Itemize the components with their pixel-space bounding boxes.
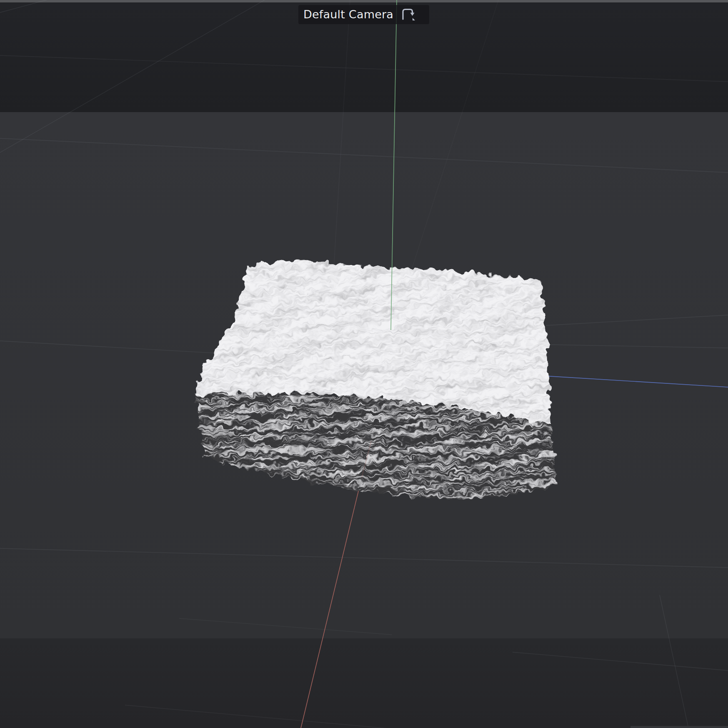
camera-label[interactable]: Default Camera — [298, 5, 429, 24]
displaced-slab-mesh[interactable] — [195, 261, 558, 498]
grid-line — [125, 705, 421, 728]
bottom-right-panel-edge — [630, 726, 728, 728]
camera-switch-icon[interactable] — [400, 7, 416, 22]
grid-line — [0, 0, 265, 153]
x-axis-line — [301, 478, 362, 728]
grid-line — [0, 0, 54, 13]
grid-line — [660, 595, 688, 728]
grid-line — [0, 341, 228, 354]
viewport-canvas[interactable] — [0, 0, 728, 728]
grid-line — [549, 345, 728, 348]
grid-line — [0, 138, 728, 173]
grid-line — [410, 0, 498, 273]
camera-label-text[interactable]: Default Camera — [303, 5, 393, 24]
grid-line — [0, 55, 728, 82]
grid-line — [0, 548, 728, 568]
grid-line — [513, 652, 728, 670]
grid-line — [179, 618, 392, 635]
grid-line — [333, 0, 350, 275]
3d-viewport[interactable]: Default Camera — [0, 0, 728, 728]
grid-line — [546, 315, 728, 325]
